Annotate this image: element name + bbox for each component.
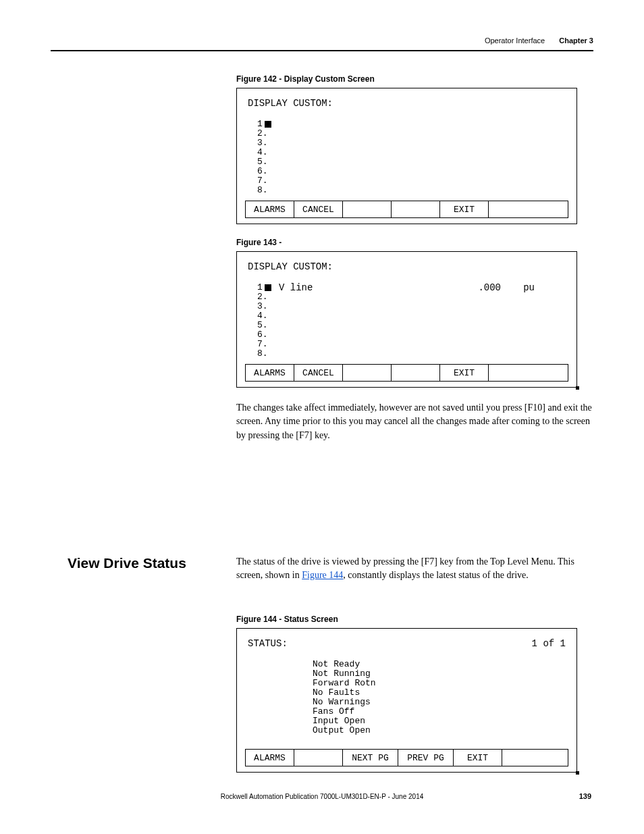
screen-body: 1 2. 3. 4. 5. 6. 7. 8. V line .000 pu — [245, 283, 568, 357]
figure-142-caption: Figure 142 - Display Custom Screen — [236, 74, 594, 84]
line-num: 5. — [257, 157, 271, 167]
line-num: 8. — [257, 349, 271, 359]
alarms-button[interactable]: ALARMS — [246, 750, 294, 766]
header-rule — [51, 50, 593, 51]
param-unit: pu — [523, 282, 535, 293]
paragraph: The changes take affect immediately, how… — [236, 401, 594, 442]
status-line: Forward Rotn — [313, 679, 376, 688]
page-header: Operator Interface Chapter 3 — [485, 36, 593, 45]
figure-144-caption: Figure 144 - Status Screen — [236, 615, 594, 624]
line-num: 8. — [257, 186, 271, 195]
line-num: 2. — [257, 129, 271, 138]
status-body: Not Ready Not Running Forward Rotn No Fa… — [245, 660, 568, 742]
exit-button[interactable]: EXIT — [440, 201, 489, 217]
text: , constantly displays the latest status … — [343, 570, 529, 580]
status-line: Fans Off — [313, 707, 376, 716]
softkey-blank — [489, 365, 568, 381]
prev-page-button[interactable]: PREV PG — [398, 750, 454, 766]
line-num: 2. — [257, 292, 271, 302]
softkey-blank — [489, 201, 568, 217]
line-num: 7. — [257, 340, 271, 349]
screen-title: DISPLAY CUSTOM: — [248, 261, 568, 272]
number-list: 1 2. 3. 4. 5. 6. 7. 8. — [257, 283, 271, 359]
line-num: 3. — [257, 302, 271, 311]
softkey-row: ALARMS CANCEL EXIT — [245, 201, 568, 218]
softkey-row: ALARMS NEXT PG PREV PG EXIT — [245, 749, 568, 766]
line-num: 7. — [257, 176, 271, 186]
line-num: 1 — [257, 283, 263, 292]
figure-link[interactable]: Figure 144 — [302, 570, 343, 580]
section-heading: View Drive Status — [68, 555, 236, 583]
page-footer: Rockwell Automation Publication 7000L-UM… — [0, 793, 644, 800]
cursor-icon — [265, 121, 271, 128]
softkey-blank — [343, 365, 392, 381]
page-number: 139 — [579, 792, 591, 800]
figure-144-screen: STATUS: 1 of 1 Not Ready Not Running For… — [236, 628, 577, 773]
softkey-blank — [392, 201, 440, 217]
status-line: No Warnings — [313, 698, 376, 707]
header-chapter: Chapter 3 — [559, 36, 593, 45]
figure-143-screen: DISPLAY CUSTOM: 1 2. 3. 4. 5. 6. 7. 8. V… — [236, 251, 577, 388]
status-line: Input Open — [313, 716, 376, 726]
line-num: 4. — [257, 148, 271, 157]
number-list: 1 2. 3. 4. 5. 6. 7. 8. — [257, 120, 271, 195]
param-value: .000 — [478, 282, 501, 293]
corner-dot-icon — [576, 386, 579, 390]
alarms-button[interactable]: ALARMS — [246, 365, 294, 381]
page-info: 1 of 1 — [532, 638, 566, 649]
softkey-blank — [343, 201, 392, 217]
line-num: 1 — [257, 120, 263, 129]
status-line: Not Running — [313, 669, 376, 679]
screen-title: DISPLAY CUSTOM: — [248, 98, 568, 109]
screen-title: STATUS: — [248, 638, 288, 649]
cursor-icon — [265, 284, 271, 291]
line-num: 4. — [257, 311, 271, 321]
line-num: 5. — [257, 321, 271, 330]
exit-button[interactable]: EXIT — [454, 750, 502, 766]
header-section: Operator Interface — [485, 36, 545, 45]
param-label: V line — [279, 282, 313, 293]
alarms-button[interactable]: ALARMS — [246, 201, 294, 217]
status-line: Output Open — [313, 726, 376, 735]
softkey-row: ALARMS CANCEL EXIT — [245, 364, 568, 382]
status-list: Not Ready Not Running Forward Rotn No Fa… — [313, 660, 376, 735]
cancel-button[interactable]: CANCEL — [294, 365, 343, 381]
softkey-blank — [294, 750, 343, 766]
status-line: Not Ready — [313, 660, 376, 669]
softkey-blank — [502, 750, 568, 766]
line-num: 6. — [257, 167, 271, 176]
screen-body: 1 2. 3. 4. 5. 6. 7. 8. — [245, 120, 568, 194]
status-line: No Faults — [313, 688, 376, 698]
figure-143-caption: Figure 143 - — [236, 238, 594, 247]
corner-dot-icon — [576, 771, 579, 775]
exit-button[interactable]: EXIT — [440, 365, 489, 381]
section-paragraph: The status of the drive is viewed by pre… — [236, 555, 594, 583]
figure-142-screen: DISPLAY CUSTOM: 1 2. 3. 4. 5. 6. 7. 8. A… — [236, 88, 577, 224]
line-num: 6. — [257, 330, 271, 340]
line-num: 3. — [257, 138, 271, 148]
status-header-row: STATUS: 1 of 1 — [248, 638, 566, 649]
softkey-blank — [392, 365, 440, 381]
cancel-button[interactable]: CANCEL — [294, 201, 343, 217]
next-page-button[interactable]: NEXT PG — [343, 750, 398, 766]
